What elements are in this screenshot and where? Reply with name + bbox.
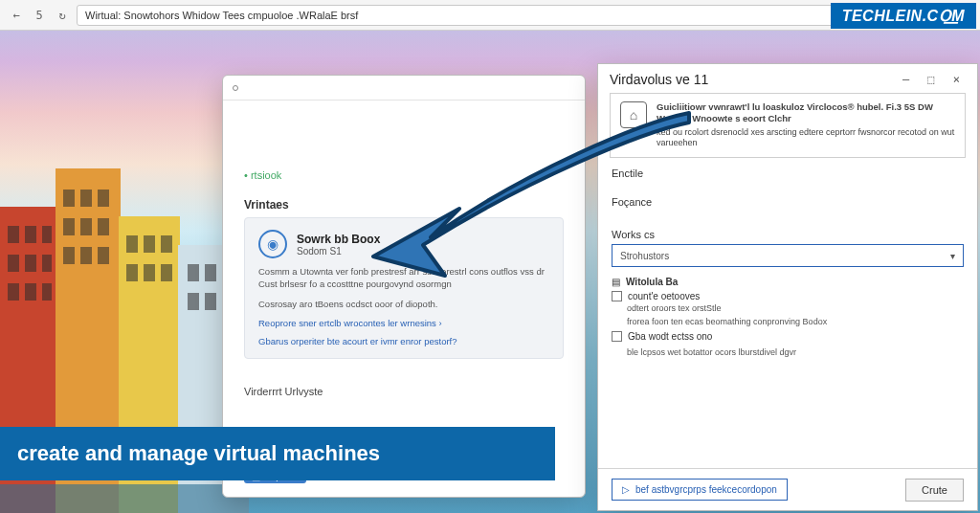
label-focance: Foçance — [612, 196, 964, 208]
svg-rect-34 — [0, 484, 249, 513]
svg-rect-17 — [80, 218, 92, 235]
section-heading: Vrintaes — [244, 198, 564, 212]
item-icon: ▤ — [612, 277, 620, 287]
svg-rect-31 — [188, 293, 199, 310]
house-icon: ⌂ — [620, 101, 647, 128]
svg-rect-29 — [205, 264, 216, 281]
window-controls[interactable]: — ⬚ × — [902, 73, 966, 86]
chevron-right-icon: ▷ — [622, 484, 630, 495]
opt-line-2: odtert oroors tex orstStle — [627, 303, 964, 315]
back-button[interactable]: ← — [8, 7, 25, 24]
svg-rect-10 — [8, 283, 19, 301]
svg-rect-22 — [126, 235, 138, 253]
works-dropdown[interactable]: Strohustors ▾ — [612, 244, 964, 267]
reload-button[interactable]: ↻ — [54, 7, 71, 24]
svg-rect-28 — [188, 264, 199, 281]
option-title: Witolula Ba — [626, 277, 678, 287]
label-entitle: Enctile — [612, 167, 964, 179]
back-link-button[interactable]: ▷ bef astbvgrcprps feekcecordopon — [612, 479, 788, 501]
window-titlebar[interactable] — [223, 76, 585, 100]
svg-rect-19 — [63, 247, 75, 264]
back-link-label: bef astbvgrcprps feekcecordopon — [635, 484, 777, 495]
card-link-2[interactable]: Gbarus orperiter bte acourt er ivmr enro… — [258, 336, 549, 346]
svg-rect-5 — [25, 226, 36, 243]
footer-label: Virderrrt Urlvyste — [244, 386, 564, 397]
wizard-panel: Virdavolus ve 11 — ⬚ × ⌂ Guicliitiowr vw… — [597, 63, 978, 511]
info-card[interactable]: ◉ Sowrk bb Boox Sodom S1 Cosmm a Utownta… — [244, 217, 564, 359]
forward-button[interactable]: 5 — [31, 7, 48, 24]
opt-line-5: ble lcpsos wet botattor ocors lburstdive… — [627, 347, 964, 359]
svg-rect-12 — [42, 283, 52, 301]
svg-rect-27 — [161, 264, 172, 281]
svg-rect-9 — [42, 255, 52, 272]
svg-rect-23 — [144, 235, 155, 253]
svg-rect-24 — [161, 235, 172, 253]
info-bold: Guicliitiowr vwnrawt'l lu loaskuloz Virc… — [657, 101, 955, 125]
svg-rect-21 — [98, 247, 109, 264]
create-button[interactable]: Crute — [905, 479, 964, 502]
caption-banner: create and manage virtual machines — [0, 427, 555, 480]
svg-rect-18 — [98, 218, 109, 235]
svg-rect-4 — [8, 226, 19, 243]
card-link-1[interactable]: Reoprore sner ertclb wrocontes ler wrnes… — [258, 318, 549, 328]
svg-rect-16 — [63, 218, 75, 235]
svg-rect-25 — [126, 264, 138, 281]
chevron-down-icon: ▾ — [950, 251, 955, 261]
label-works: Works cs — [612, 229, 964, 240]
url-input[interactable]: Wirtual: Snowtohors Whidow Tees cmpuoloe… — [77, 5, 949, 26]
svg-rect-20 — [80, 247, 92, 264]
card-paragraph-2: Cosrosay aro tBoens ocdsct ooor of diopo… — [258, 299, 549, 311]
svg-rect-32 — [205, 293, 216, 310]
svg-rect-8 — [25, 255, 36, 272]
info-body: ked ou rcolort dsrenocld xes arscting ed… — [657, 127, 954, 148]
svg-rect-6 — [42, 226, 52, 243]
wizard-title: Virdavolus ve 11 — [610, 72, 895, 87]
svg-rect-15 — [98, 190, 109, 207]
svg-rect-11 — [25, 283, 36, 301]
card-title: Sowrk bb Boox — [297, 233, 380, 246]
dropdown-value: Strohustors — [620, 251, 669, 261]
checkbox-1[interactable] — [612, 291, 622, 301]
svg-rect-7 — [8, 255, 19, 272]
card-paragraph-1: Cosmm a Utownta ver fonb prestresf arr s… — [258, 266, 549, 291]
site-logo: TECHLEIN.CO͟M — [831, 3, 976, 29]
url-text: Wirtual: Snowtohors Whidow Tees cmpuoloe… — [85, 10, 358, 21]
checkbox-2[interactable] — [612, 331, 622, 342]
svg-rect-13 — [63, 190, 75, 207]
card-subtitle: Sodom S1 — [297, 246, 380, 256]
opt-line-1: count'e oetooves — [628, 291, 700, 301]
opt-line-3: frorea foon ten ecas beomathing conpronv… — [627, 317, 964, 328]
info-banner: ⌂ Guicliitiowr vwnrawt'l lu loaskuloz Vi… — [610, 93, 966, 158]
fingerprint-icon: ◉ — [258, 230, 287, 258]
svg-rect-26 — [144, 264, 155, 281]
svg-rect-14 — [80, 190, 92, 207]
opt-line-4: Gba wodt ectss ono — [628, 331, 712, 342]
caption-text: create and manage virtual machines — [17, 441, 380, 466]
category-label: • rtsiook — [244, 169, 564, 181]
